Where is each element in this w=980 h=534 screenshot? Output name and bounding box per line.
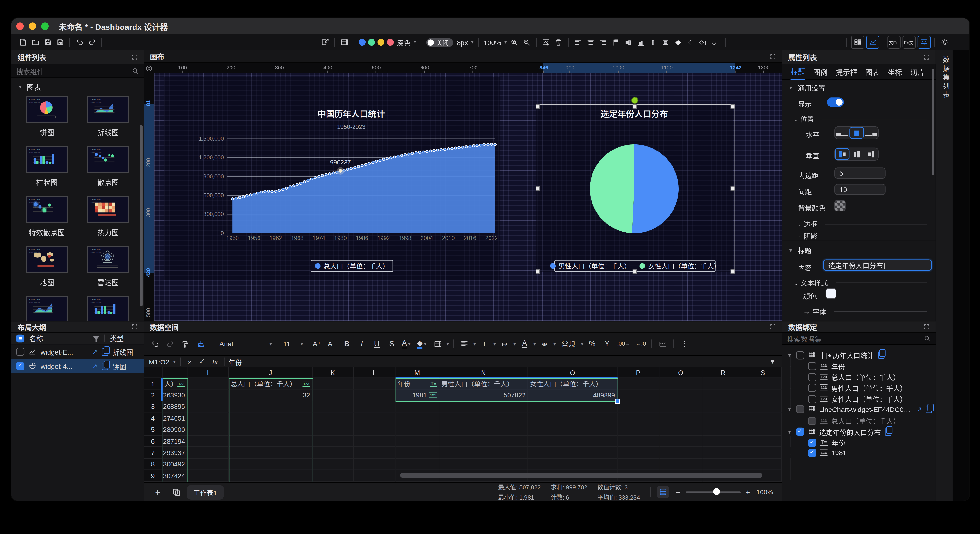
bind-checkbox[interactable] [796, 405, 804, 413]
tab-图例[interactable]: 图例 [813, 64, 827, 79]
copy-widget-icon[interactable] [102, 348, 108, 355]
layout-view-button[interactable] [851, 36, 864, 49]
resize-handle[interactable] [536, 104, 540, 109]
expand-panel-icon[interactable] [132, 54, 137, 60]
col-header-L[interactable]: L [354, 367, 396, 378]
cell[interactable] [188, 413, 229, 424]
cell[interactable] [659, 401, 702, 413]
formula-value[interactable]: 年份 [228, 357, 242, 367]
move-down-layer-icon[interactable]: ◇↓ [710, 37, 721, 48]
component-search[interactable]: 搜索组件 [11, 64, 144, 78]
cell[interactable] [312, 401, 354, 413]
sheet-list-icon[interactable] [172, 486, 181, 497]
cell[interactable] [354, 413, 396, 424]
cell[interactable] [702, 459, 745, 470]
cell[interactable] [617, 447, 660, 459]
canvas-grid[interactable]: 0300,000600,000900,0001,200,0001,500,000… [154, 73, 782, 320]
cell[interactable] [439, 436, 528, 448]
cell[interactable] [702, 378, 745, 390]
expand-panel-icon[interactable] [132, 324, 137, 330]
horizontal-align-segment[interactable] [834, 126, 879, 139]
cell[interactable] [528, 413, 617, 424]
zoom-in-icon[interactable] [509, 37, 520, 48]
clear-format-icon[interactable] [195, 338, 205, 349]
align-left-icon[interactable] [573, 37, 583, 48]
align-right-icon[interactable] [598, 37, 608, 48]
dataset-list-strip[interactable]: 数据集列表 [935, 50, 953, 501]
align-h-icon[interactable] [460, 338, 469, 349]
strikethrough-icon[interactable]: S [387, 338, 397, 349]
fill-color-icon[interactable]: ◆▾ [417, 338, 428, 349]
general-section-header[interactable]: ▾通用设置 [788, 83, 825, 92]
export-image-icon[interactable] [541, 37, 552, 48]
bind-checkbox[interactable] [808, 416, 816, 425]
translate-cn-en-button[interactable]: 文En [887, 36, 900, 49]
cell[interactable] [396, 401, 439, 413]
redo-icon[interactable] [87, 37, 97, 48]
cell[interactable] [528, 459, 617, 470]
tab-标题[interactable]: 标题 [791, 64, 805, 80]
cell[interactable] [659, 378, 702, 390]
undo-icon[interactable] [74, 37, 84, 48]
component-item-热力图[interactable]: Chart Title Chart Sub-Title 热力图 [81, 196, 135, 242]
resize-handle[interactable] [731, 104, 735, 109]
filter-icon[interactable] [93, 336, 99, 340]
cell[interactable] [354, 470, 396, 482]
number-format-select[interactable]: 常规 [560, 338, 577, 349]
col-header-O[interactable]: O [528, 367, 617, 378]
component-item-特效散点图[interactable]: Chart Title Chart Sub-Title 特效散点图 [19, 196, 74, 242]
bind-checkbox[interactable] [808, 449, 816, 457]
decrease-decimal-icon[interactable]: ←.0 [636, 338, 646, 349]
cell[interactable] [354, 447, 396, 459]
format-painter-icon[interactable] [180, 338, 190, 349]
outline-row-折线图[interactable]: widget-E... ↗ 折线图 [11, 344, 144, 359]
row-header-6[interactable]: 6 [144, 436, 162, 448]
text-style-subsection[interactable]: ↓文本样式 [794, 277, 927, 287]
borders-icon[interactable] [433, 338, 442, 349]
cell[interactable] [659, 436, 702, 448]
title-pos-center-button[interactable] [849, 127, 864, 139]
cell-value[interactable]: 280900 [162, 424, 188, 436]
delete-widget-icon[interactable] [554, 37, 564, 48]
col-header-R[interactable]: R [702, 367, 745, 378]
bold-icon[interactable]: B [342, 338, 352, 349]
spreadsheet-grid[interactable]: IJKLMNOPQRS123456789人）123263930268895274… [144, 367, 782, 482]
col-header-S[interactable]: S [745, 367, 782, 378]
component-item-柱状图[interactable]: Chart Title Chart Sub-Title 柱状图 [19, 146, 74, 192]
bring-to-front-icon[interactable]: ◆ [673, 37, 683, 48]
tab-坐标[interactable]: 坐标 [888, 64, 902, 79]
bg-color-swatch[interactable] [834, 200, 846, 211]
save-as-icon[interactable] [55, 37, 65, 48]
cell[interactable] [745, 378, 782, 390]
tree-node-年份[interactable]: T≡年份 [808, 438, 845, 448]
row-header-2[interactable]: 2 [144, 390, 162, 401]
keyboard-icon[interactable] [658, 338, 668, 349]
cell[interactable] [312, 436, 354, 448]
align-center-h-icon[interactable] [585, 37, 596, 48]
cell[interactable] [439, 413, 528, 424]
expand-dataset-icon[interactable]: ↗ [916, 406, 922, 412]
resize-handle[interactable] [536, 186, 540, 191]
title-pos-right-button[interactable] [864, 127, 878, 139]
rotation-handle[interactable] [631, 97, 638, 104]
chevron-down-icon[interactable]: ▾ [471, 39, 474, 45]
tab-切片[interactable]: 切片 [910, 64, 925, 79]
resize-handle[interactable] [731, 186, 735, 191]
properties-scrollbar[interactable] [932, 69, 934, 175]
cell[interactable] [229, 401, 312, 413]
title-pos-left-button[interactable] [835, 127, 850, 139]
copy-dataset-icon[interactable] [926, 405, 932, 413]
cell[interactable] [702, 436, 745, 448]
canvas-zoom-select[interactable]: 100% [484, 38, 501, 46]
row-header-5[interactable]: 5 [144, 424, 162, 436]
cell[interactable] [188, 447, 229, 459]
cell[interactable] [188, 436, 229, 448]
tree-node-选定年份的人口分布[interactable]: ▾选定年份的人口分布 [787, 427, 891, 437]
cell[interactable] [312, 459, 354, 470]
cell[interactable] [229, 436, 312, 448]
cell[interactable] [659, 390, 702, 401]
cell[interactable] [528, 401, 617, 413]
bind-checkbox[interactable] [796, 428, 804, 436]
cell[interactable] [229, 413, 312, 424]
cell[interactable] [312, 413, 354, 424]
